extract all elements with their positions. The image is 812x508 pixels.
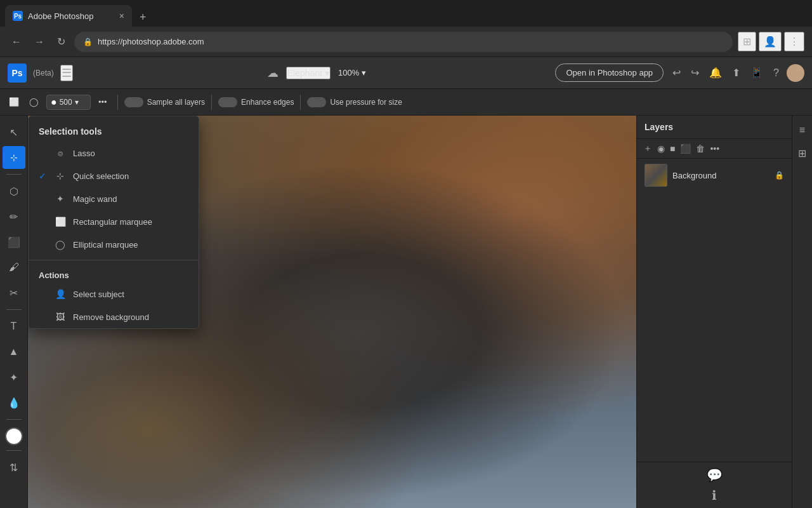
quick-selection-item[interactable]: ✓ ⊹ Quick selection bbox=[29, 164, 199, 187]
profile-btn[interactable]: 👤 bbox=[759, 32, 782, 51]
forward-btn[interactable]: → bbox=[30, 34, 48, 50]
use-pressure-switch[interactable] bbox=[307, 97, 326, 107]
zoom-value: 100% bbox=[338, 68, 359, 77]
tab-close-btn[interactable]: × bbox=[119, 11, 124, 21]
separator-2 bbox=[211, 95, 212, 110]
redo-btn[interactable]: ↪ bbox=[688, 64, 702, 81]
undo-btn[interactable]: ↩ bbox=[670, 64, 683, 81]
enhance-edges-label: Enhance edges bbox=[241, 98, 294, 107]
crop-icon: ⬡ bbox=[10, 185, 18, 197]
app: Ps (Beta) ☰ ☁ Elephant ▾ 100% ▾ Open in … bbox=[0, 57, 812, 508]
crop-tool-btn[interactable]: ⬡ bbox=[3, 180, 25, 203]
rect-marquee-label: Rectangular marquee bbox=[73, 217, 152, 227]
move-tool-btn[interactable]: ↖ bbox=[3, 121, 25, 144]
layer-lock-icon: 🔒 bbox=[775, 171, 784, 180]
back-btn[interactable]: ← bbox=[8, 34, 25, 50]
layer-more-btn[interactable]: ••• bbox=[710, 144, 719, 154]
brush-icon: ✏ bbox=[10, 211, 18, 223]
extensions-btn[interactable]: ⊞ bbox=[738, 32, 756, 51]
help-btn[interactable]: ? bbox=[771, 65, 782, 81]
lasso-icon: ⌾ bbox=[54, 147, 67, 159]
paint-tool-btn[interactable]: 🖌 bbox=[3, 256, 25, 279]
layers-header: Layers bbox=[637, 116, 792, 139]
ellipse-marquee-icon: ◯ bbox=[54, 238, 67, 251]
lock-icon: 🔒 bbox=[83, 37, 93, 46]
left-divider-4 bbox=[6, 450, 22, 451]
select-subject-label: Select subject bbox=[73, 290, 124, 299]
selection-tool-btn[interactable]: ⊹ bbox=[3, 146, 25, 169]
avatar[interactable] bbox=[787, 64, 804, 82]
left-toolbar: ↖ ⊹ ⬡ ✏ ⬛ 🖌 ✂ T bbox=[0, 116, 28, 508]
layers-panel-toggle-btn[interactable]: ≡ bbox=[796, 121, 809, 140]
layer-row[interactable]: Background 🔒 bbox=[637, 159, 792, 192]
color-swatch[interactable] bbox=[5, 427, 23, 445]
use-pressure-label: Use pressure for size bbox=[330, 98, 402, 107]
lasso-label: Lasso bbox=[73, 149, 95, 158]
sample-all-layers-toggle: Sample all layers bbox=[124, 97, 205, 107]
clip-layer-btn[interactable]: ⬛ bbox=[680, 144, 691, 154]
layer-thumbnail bbox=[645, 164, 667, 187]
separator-3 bbox=[300, 95, 301, 110]
select-subject-item[interactable]: 👤 Select subject bbox=[29, 283, 199, 305]
browser-menu-btn[interactable]: ⋮ bbox=[784, 32, 804, 51]
header-center: ☁ Elephant ▾ 100% ▾ bbox=[84, 66, 549, 80]
info-btn[interactable]: ℹ bbox=[712, 488, 717, 503]
tab-title: Adobe Photoshop bbox=[28, 11, 114, 21]
clone-tool-btn[interactable]: ✂ bbox=[3, 281, 25, 304]
quick-selection-icon: ⊹ bbox=[54, 170, 67, 182]
filename-label: Elephant bbox=[287, 68, 322, 78]
brush-tool-btn[interactable]: ✏ bbox=[3, 205, 25, 228]
share-btn[interactable]: ⬆ bbox=[730, 64, 743, 81]
options-toolbar: ⬜ ◯ ● 500 ▾ ••• Sample all layers Enhanc… bbox=[0, 89, 812, 116]
mask-layer-btn[interactable]: ■ bbox=[670, 144, 675, 154]
type-tool-btn[interactable]: T bbox=[3, 315, 25, 338]
delete-layer-btn[interactable]: 🗑 bbox=[696, 144, 705, 154]
lasso-item[interactable]: ⌾ Lasso bbox=[29, 142, 199, 164]
arrange-tool-btn[interactable]: ⇅ bbox=[3, 456, 25, 479]
canvas-area: Selection tools ⌾ Lasso ✓ ⊹ Quick select… bbox=[28, 116, 636, 508]
sample-all-layers-switch[interactable] bbox=[124, 97, 143, 107]
zoom-level-btn[interactable]: 100% ▾ bbox=[338, 68, 366, 77]
mobile-btn[interactable]: 📱 bbox=[748, 64, 766, 81]
shape-tool-btn[interactable]: ▲ bbox=[3, 340, 25, 363]
magic-wand-icon: ✦ bbox=[54, 192, 67, 205]
far-right-strip: ≡ ⊞ bbox=[792, 116, 812, 508]
layers-panel: Layers ＋ ◉ ■ ⬛ 🗑 ••• Background 🔒 bbox=[636, 116, 792, 508]
enhance-edges-switch[interactable] bbox=[218, 97, 237, 107]
heal-tool-btn[interactable]: ✦ bbox=[3, 366, 25, 389]
rect-marquee-icon: ⬜ bbox=[9, 97, 19, 107]
filename-btn[interactable]: Elephant ▾ bbox=[286, 67, 331, 79]
erase-icon: ⬛ bbox=[8, 236, 20, 248]
nav-bar: ← → ↻ 🔒 https://photoshop.adobe.com ⊞ 👤 … bbox=[0, 27, 812, 57]
size-control[interactable]: ● 500 ▾ bbox=[46, 95, 91, 110]
notifications-btn[interactable]: 🔔 bbox=[707, 64, 724, 81]
active-tab[interactable]: Ps Adobe Photoshop × bbox=[5, 5, 132, 27]
elliptical-marquee-tool-btn[interactable]: ◯ bbox=[25, 95, 43, 109]
add-layer-btn[interactable]: ＋ bbox=[643, 143, 652, 154]
more-options-btn[interactable]: ••• bbox=[95, 95, 111, 109]
elliptical-marquee-item[interactable]: ◯ Elliptical marquee bbox=[29, 233, 199, 256]
url-bar[interactable]: 🔒 https://photoshop.adobe.com bbox=[74, 32, 733, 52]
refresh-btn[interactable]: ↻ bbox=[53, 33, 69, 50]
hamburger-menu-btn[interactable]: ☰ bbox=[60, 65, 73, 81]
adjustment-layer-btn[interactable]: ◉ bbox=[657, 144, 665, 154]
layers-title: Layers bbox=[645, 122, 673, 132]
new-tab-btn[interactable]: + bbox=[134, 8, 152, 27]
eyedropper-tool-btn[interactable]: 💧 bbox=[3, 391, 25, 414]
left-divider-2 bbox=[6, 309, 22, 310]
selection-icon: ⊹ bbox=[10, 152, 18, 163]
marquee-tool-group: ⬜ ◯ bbox=[5, 95, 43, 109]
remove-bg-icon: 🖼 bbox=[54, 311, 67, 323]
adjustments-panel-toggle-btn[interactable]: ⊞ bbox=[794, 144, 810, 163]
nav-extras: ⊞ 👤 ⋮ bbox=[738, 32, 804, 51]
shape-icon: ▲ bbox=[9, 346, 19, 358]
comments-btn[interactable]: 💬 bbox=[707, 467, 723, 483]
tab-favicon: Ps bbox=[13, 11, 23, 21]
rectangular-marquee-tool-btn[interactable]: ⬜ bbox=[5, 95, 23, 109]
magic-wand-item[interactable]: ✦ Magic wand bbox=[29, 187, 199, 210]
open-in-photoshop-btn[interactable]: Open in Photoshop app bbox=[555, 64, 664, 82]
remove-background-item[interactable]: 🖼 Remove background bbox=[29, 305, 199, 328]
main-content: ↖ ⊹ ⬡ ✏ ⬛ 🖌 ✂ T bbox=[0, 116, 812, 508]
erase-tool-btn[interactable]: ⬛ bbox=[3, 231, 25, 253]
rectangular-marquee-item[interactable]: ⬜ Rectangular marquee bbox=[29, 210, 199, 233]
